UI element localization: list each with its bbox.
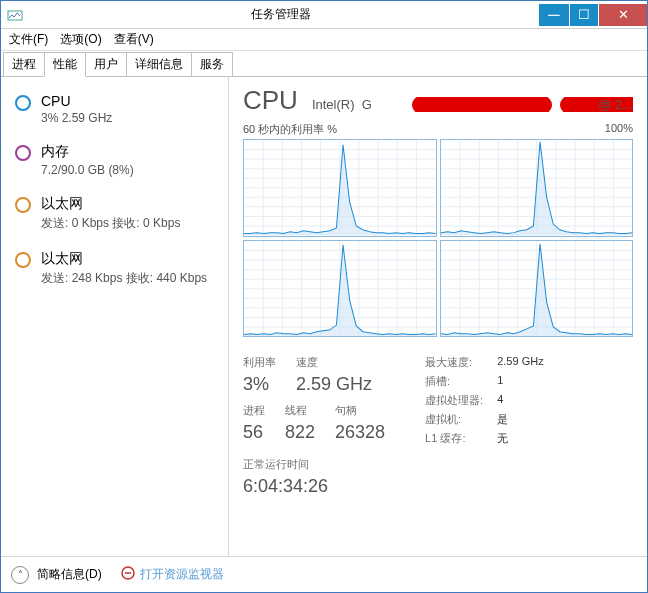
menubar: 文件(F) 选项(O) 查看(V) [1,29,647,51]
sidebar-cpu-sub: 3% 2.59 GHz [41,111,112,125]
resmon-icon [120,565,136,584]
close-button[interactable]: ✕ [599,4,647,26]
speed-label: 速度 [296,355,372,370]
resmon-label: 打开资源监视器 [140,566,224,583]
cpu-model-name: Intel(R) G @ 2... [312,97,633,112]
proc-label: 进程 [243,403,265,418]
chevron-up-icon[interactable]: ˄ [11,566,29,584]
sidebar-item-ethernet-2[interactable]: 以太网 发送: 248 Kbps 接收: 440 Kbps [1,242,228,297]
tab-performance[interactable]: 性能 [44,52,86,77]
util-value: 3% [243,374,276,395]
proc-value: 56 [243,422,265,443]
sockets-value: 1 [497,374,543,389]
sidebar-item-ethernet-1[interactable]: 以太网 发送: 0 Kbps 接收: 0 Kbps [1,187,228,242]
stats-left: 利用率 3% 速度 2.59 GHz 进程 56 [243,355,385,497]
uptime-label: 正常运行时间 [243,457,385,472]
handle-value: 26328 [335,422,385,443]
sidebar-eth2-sub: 发送: 248 Kbps 接收: 440 Kbps [41,270,207,287]
sidebar: CPU 3% 2.59 GHz 内存 7.2/90.0 GB (8%) 以太网 … [1,77,229,556]
minimize-button[interactable]: ─ [539,4,569,26]
memory-ring-icon [15,145,31,161]
menu-options[interactable]: 选项(O) [56,29,105,50]
brief-info-link[interactable]: 简略信息(D) [37,566,102,583]
maxspeed-value: 2.59 GHz [497,355,543,370]
ethernet-ring-icon [15,252,31,268]
content: CPU 3% 2.59 GHz 内存 7.2/90.0 GB (8%) 以太网 … [1,77,647,556]
chart-label-right: 100% [605,122,633,137]
cpu-ring-icon [15,95,31,111]
window-title: 任务管理器 [23,6,539,23]
util-label: 利用率 [243,355,276,370]
menu-file[interactable]: 文件(F) [5,29,52,50]
sidebar-item-memory[interactable]: 内存 7.2/90.0 GB (8%) [1,135,228,187]
sidebar-item-cpu[interactable]: CPU 3% 2.59 GHz [1,85,228,135]
maximize-button[interactable]: ☐ [570,4,598,26]
vcpu-label: 虚拟处理器: [425,393,483,408]
thread-value: 822 [285,422,315,443]
cpu-chart-0[interactable] [243,139,437,237]
main-panel: CPU Intel(R) G @ 2... 60 秒内的利用率 % 100% [229,77,647,556]
sidebar-memory-sub: 7.2/90.0 GB (8%) [41,163,134,177]
l1-value: 无 [497,431,543,446]
handle-label: 句柄 [335,403,385,418]
stats-right: 最大速度: 2.59 GHz 插槽: 1 虚拟处理器: 4 虚拟机: 是 L1 … [425,355,544,497]
vm-value: 是 [497,412,543,427]
sidebar-eth1-title: 以太网 [41,195,180,213]
l1-label: L1 缓存: [425,431,483,446]
maxspeed-label: 最大速度: [425,355,483,370]
tab-processes[interactable]: 进程 [3,52,45,76]
ethernet-ring-icon [15,197,31,213]
redaction-mark [412,97,552,112]
cpu-chart-1[interactable] [440,139,634,237]
cpu-chart-2[interactable] [243,240,437,338]
cpu-chart-3[interactable] [440,240,634,338]
app-icon [7,7,23,23]
tab-users[interactable]: 用户 [85,52,127,76]
open-resmon-link[interactable]: 打开资源监视器 [120,565,224,584]
vcpu-value: 4 [497,393,543,408]
menu-view[interactable]: 查看(V) [110,29,158,50]
main-title: CPU [243,85,298,116]
cpu-name-prefix: Intel(R) [312,97,355,112]
sidebar-eth2-title: 以太网 [41,250,207,268]
sidebar-eth1-sub: 发送: 0 Kbps 接收: 0 Kbps [41,215,180,232]
uptime-value: 6:04:34:26 [243,476,385,497]
cpu-name-suffix: @ 2... [598,97,633,112]
speed-value: 2.59 GHz [296,374,372,395]
thread-label: 线程 [285,403,315,418]
sockets-label: 插槽: [425,374,483,389]
tab-services[interactable]: 服务 [191,52,233,76]
titlebar[interactable]: 任务管理器 ─ ☐ ✕ [1,1,647,29]
sidebar-cpu-title: CPU [41,93,112,109]
tabbar: 进程 性能 用户 详细信息 服务 [1,51,647,77]
task-manager-window: 任务管理器 ─ ☐ ✕ 文件(F) 选项(O) 查看(V) 进程 性能 用户 详… [0,0,648,593]
footer: ˄ 简略信息(D) 打开资源监视器 [1,556,647,592]
chart-label-left: 60 秒内的利用率 % [243,122,337,137]
vm-label: 虚拟机: [425,412,483,427]
sidebar-memory-title: 内存 [41,143,134,161]
stats-row: 利用率 3% 速度 2.59 GHz 进程 56 [243,355,633,497]
tab-details[interactable]: 详细信息 [126,52,192,76]
cpu-charts-grid [243,139,633,337]
